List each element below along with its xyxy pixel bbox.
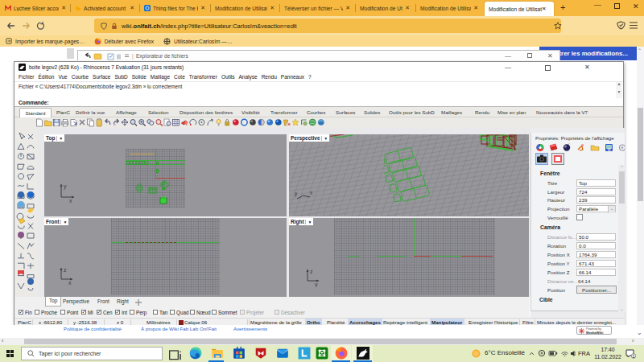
svg-text:x: x xyxy=(69,198,72,204)
svg-text:y: y xyxy=(295,191,298,197)
svg-text:z: z xyxy=(64,267,67,273)
svg-text:x: x xyxy=(310,190,313,195)
svg-text:y: y xyxy=(64,183,67,190)
svg-text:x: x xyxy=(68,280,72,286)
svg-text:y: y xyxy=(315,282,318,287)
svg-text:z: z xyxy=(310,269,313,274)
svg-text:M: M xyxy=(608,148,611,152)
